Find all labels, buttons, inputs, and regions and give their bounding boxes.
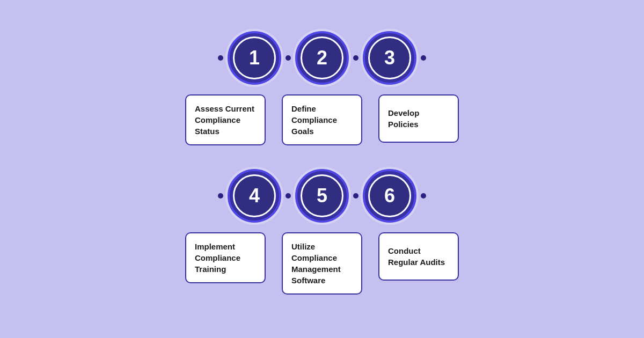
label-box-4: Implement Compliance Training: [185, 232, 266, 283]
label-text-5: Utilize Compliance Management Software: [291, 241, 353, 286]
step-number-1: 1: [249, 47, 260, 69]
dot-between-1-2: [286, 55, 291, 61]
label-box-5: Utilize Compliance Management Software: [282, 232, 362, 295]
step-number-2: 2: [317, 47, 327, 69]
row1-circles: 1 2 3: [214, 31, 430, 85]
step-circle-3: 3: [363, 31, 416, 85]
main-container: 1 2 3 As: [80, 31, 564, 307]
step-circle-inner-5: 5: [301, 174, 343, 217]
step-circle-inner-1: 1: [233, 36, 276, 79]
step-circle-inner-6: 6: [368, 174, 411, 217]
dot-before-4: [218, 193, 223, 199]
label-box-2: Define Compliance Goals: [282, 94, 362, 145]
label-box-3: Develop Policies: [378, 94, 459, 143]
label-box-1: Assess Current Compliance Status: [185, 94, 266, 145]
step-number-5: 5: [317, 185, 327, 207]
label-text-3: Develop Policies: [388, 107, 449, 130]
step-circle-inner-4: 4: [233, 174, 276, 217]
label-text-2: Define Compliance Goals: [291, 103, 353, 137]
step-circle-5: 5: [295, 169, 349, 223]
step-circle-6: 6: [363, 169, 416, 223]
step-circle-2: 2: [295, 31, 349, 85]
row2-labels: Implement Compliance Training Utilize Co…: [185, 232, 459, 295]
dot-between-4-5: [286, 193, 291, 199]
step-circle-inner-2: 2: [301, 36, 343, 79]
dot-between-2-3: [353, 55, 358, 61]
dot-between-5-6: [353, 193, 358, 199]
dot-after-6: [421, 193, 426, 199]
row1-labels: Assess Current Compliance Status Define …: [185, 94, 459, 145]
step-number-4: 4: [249, 185, 260, 207]
label-text-6: Conduct Regular Audits: [388, 245, 449, 268]
step-number-6: 6: [384, 185, 395, 207]
dot-after-3: [421, 55, 426, 61]
row1-section: 1 2 3 As: [185, 31, 459, 145]
row2-circles: 4 5 6: [214, 169, 430, 223]
row2-section: 4 5 6 Im: [185, 169, 459, 295]
step-circle-inner-3: 3: [368, 36, 411, 79]
label-text-1: Assess Current Compliance Status: [195, 103, 256, 137]
label-box-6: Conduct Regular Audits: [378, 232, 459, 281]
step-number-3: 3: [384, 47, 395, 69]
step-circle-1: 1: [228, 31, 281, 85]
label-text-4: Implement Compliance Training: [195, 241, 256, 275]
step-circle-4: 4: [228, 169, 281, 223]
dot-before-1: [218, 55, 223, 61]
